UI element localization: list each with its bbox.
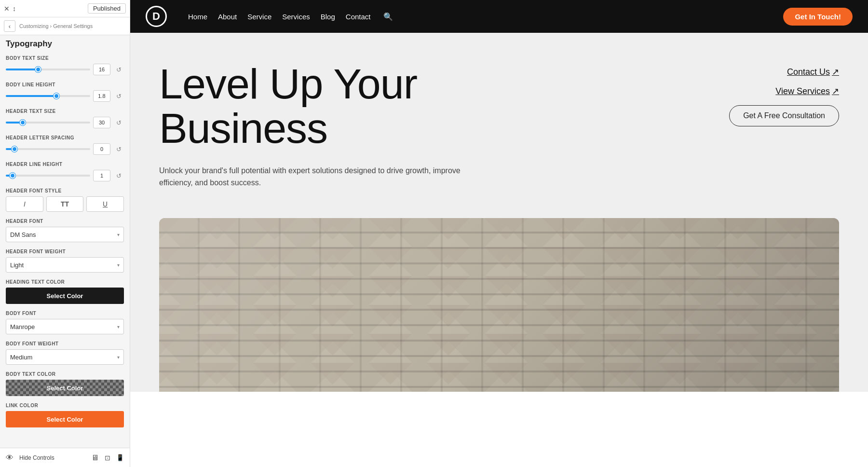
search-icon[interactable]: 🔍 [383, 12, 393, 21]
mobile-icon[interactable]: 📱 [116, 454, 124, 461]
nav-cta-button[interactable]: Get In Touch! [783, 8, 853, 26]
header-line-height-value: 1 [93, 170, 110, 181]
header-font-group: HEADER FONT DM Sans ▾ [6, 219, 124, 242]
body-line-height-label: BODY LINE HEIGHT [6, 82, 124, 87]
chevron-down-icon-4: ▾ [117, 355, 120, 360]
body-text-size-label: BODY TEXT SIZE [6, 55, 124, 61]
building-image [159, 218, 839, 392]
header-text-size-slider-row: 30 ↺ [6, 117, 124, 128]
heading-text-color-group: HEADING TEXT COLOR Select Color [6, 279, 124, 304]
breadcrumb-bar: ‹ Customizing › General Settings [0, 17, 130, 35]
header-line-height-group: HEADER LINE HEIGHT 1 ↺ [6, 162, 124, 181]
body-text-size-slider[interactable] [6, 69, 90, 70]
header-letter-spacing-label: HEADER LETTER SPACING [6, 135, 124, 140]
consultation-button[interactable]: Get A Free Consultation [729, 105, 839, 126]
header-font-value: DM Sans [10, 231, 36, 238]
site-navbar: D Home About Service Services Blog Conta… [130, 0, 868, 33]
nav-about[interactable]: About [218, 13, 237, 21]
site-logo: D [146, 6, 167, 27]
body-line-height-reset[interactable]: ↺ [113, 91, 124, 101]
body-line-height-value: 1.8 [93, 90, 110, 102]
body-text-size-reset[interactable]: ↺ [113, 64, 124, 75]
nav-service[interactable]: Service [247, 13, 271, 21]
desktop-icon[interactable]: 🖥 [91, 453, 99, 462]
body-text-size-slider-row: 16 ↺ [6, 64, 124, 75]
contact-us-label: Contact Us [787, 67, 830, 77]
body-font-weight-group: BODY FONT WEIGHT Medium ▾ [6, 341, 124, 365]
header-letter-spacing-reset[interactable]: ↺ [113, 144, 124, 154]
preview-area: D Home About Service Services Blog Conta… [130, 0, 868, 467]
nav-services[interactable]: Services [282, 13, 310, 21]
header-text-size-value: 30 [93, 117, 110, 128]
building-facade [159, 218, 839, 392]
body-line-height-slider[interactable] [6, 95, 90, 97]
back-button[interactable]: ‹ [4, 20, 15, 32]
hero-title-line1: Level Up Your [159, 60, 417, 108]
header-line-height-label: HEADER LINE HEIGHT [6, 162, 124, 167]
heading-text-color-button[interactable]: Select Color [6, 288, 124, 304]
view-services-link[interactable]: View Services ↗ [775, 86, 839, 96]
heading-text-color-label: HEADING TEXT COLOR [6, 279, 124, 285]
body-font-label: BODY FONT [6, 311, 124, 316]
nav-home[interactable]: Home [188, 13, 207, 21]
body-text-color-button[interactable]: Select Color [6, 380, 124, 396]
body-font-weight-dropdown[interactable]: Medium ▾ [6, 349, 124, 365]
link-color-button[interactable]: Select Color [6, 411, 124, 427]
header-font-style-label: HEADER FONT STYLE [6, 188, 124, 193]
controls-scroll[interactable]: BODY TEXT SIZE 16 ↺ BODY LINE HEIGHT 1.8… [0, 51, 130, 448]
header-letter-spacing-value: 0 [93, 143, 110, 155]
header-font-dropdown[interactable]: DM Sans ▾ [6, 227, 124, 242]
header-text-size-slider[interactable] [6, 122, 90, 124]
chevron-down-icon-2: ▾ [117, 262, 120, 268]
header-text-size-group: HEADER TEXT SIZE 30 ↺ [6, 109, 124, 128]
nav-links: Home About Service Services Blog Contact… [188, 12, 393, 21]
body-font-group: BODY FONT Manrope ▾ [6, 311, 124, 334]
tablet-icon[interactable]: ⊡ [105, 454, 110, 462]
font-style-row: I TT U [6, 196, 124, 212]
underline-button[interactable]: U [86, 196, 124, 212]
published-badge: Published [88, 3, 126, 14]
header-letter-spacing-slider-row: 0 ↺ [6, 143, 124, 155]
header-font-weight-dropdown[interactable]: Light ▾ [6, 257, 124, 273]
nav-contact[interactable]: Contact [346, 13, 371, 21]
header-font-weight-label: HEADER FONT WEIGHT [6, 249, 124, 254]
header-letter-spacing-group: HEADER LETTER SPACING 0 ↺ [6, 135, 124, 155]
link-color-label: LINK COLOR [6, 403, 124, 408]
body-text-color-group: BODY TEXT COLOR Select Color [6, 371, 124, 396]
body-text-size-group: BODY TEXT SIZE 16 ↺ [6, 55, 124, 75]
bottom-bar: 👁 Hide Controls 🖥 ⊡ 📱 [0, 448, 130, 467]
header-line-height-slider[interactable] [6, 175, 90, 177]
small-caps-button[interactable]: TT [46, 196, 84, 212]
hero-left: Level Up Your Business Unlock your brand… [159, 62, 714, 208]
hero-title-line2: Business [159, 104, 327, 152]
eye-icon: 👁 [6, 453, 14, 462]
italic-button[interactable]: I [6, 196, 43, 212]
hero-description: Unlock your brand's full potential with … [159, 165, 487, 189]
body-font-dropdown[interactable]: Manrope ▾ [6, 319, 124, 334]
header-text-size-label: HEADER TEXT SIZE [6, 109, 124, 114]
panel-title: Typography [0, 35, 130, 51]
header-text-size-reset[interactable]: ↺ [113, 117, 124, 128]
contact-us-link[interactable]: Contact Us ↗ [787, 67, 839, 77]
nav-blog[interactable]: Blog [321, 13, 335, 21]
hide-controls-label[interactable]: Hide Controls [19, 454, 54, 461]
close-icon[interactable]: ✕ [4, 5, 10, 13]
body-text-color-label: BODY TEXT COLOR [6, 371, 124, 377]
body-font-weight-label: BODY FONT WEIGHT [6, 341, 124, 346]
body-font-weight-value: Medium [10, 354, 32, 361]
hero-right: Contact Us ↗ View Services ↗ Get A Free … [714, 62, 839, 208]
top-bar: ✕ ↕ Published [0, 0, 130, 17]
body-font-value: Manrope [10, 323, 35, 330]
chevron-down-icon: ▾ [117, 232, 120, 237]
header-letter-spacing-slider[interactable] [6, 148, 90, 150]
header-line-height-reset[interactable]: ↺ [113, 170, 124, 181]
header-font-style-group: HEADER FONT STYLE I TT U [6, 188, 124, 212]
body-line-height-slider-row: 1.8 ↺ [6, 90, 124, 102]
customizer-panel: ✕ ↕ Published ‹ Customizing › General Se… [0, 0, 130, 467]
arrow-icon-services: ↗ [832, 86, 839, 96]
arrow-icon-contact: ↗ [832, 67, 839, 77]
sort-icon[interactable]: ↕ [13, 5, 16, 13]
body-text-size-value: 16 [93, 64, 110, 75]
link-color-group: LINK COLOR Select Color [6, 403, 124, 427]
hero-section: Level Up Your Business Unlock your brand… [130, 33, 868, 392]
